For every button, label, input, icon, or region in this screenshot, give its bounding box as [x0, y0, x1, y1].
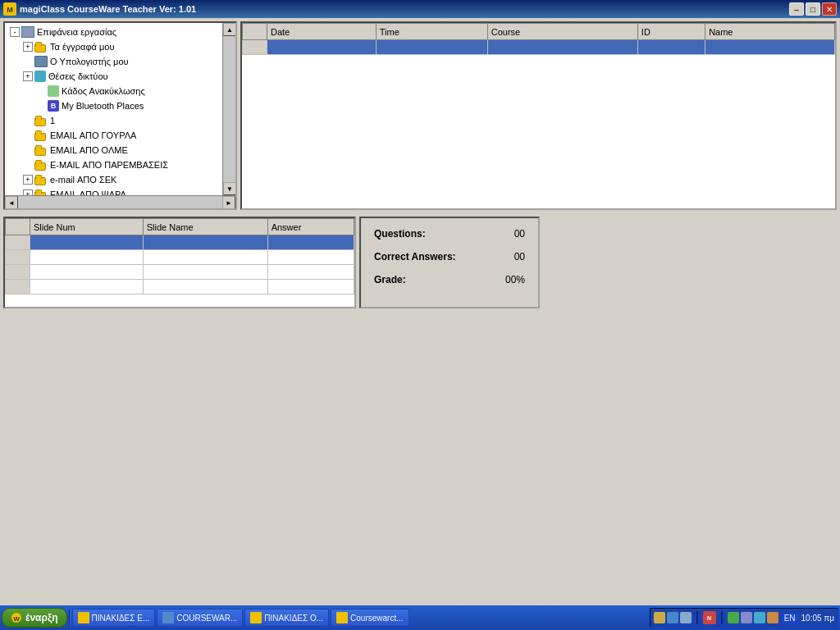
bottom-section: Slide Num Slide Name Answer: [3, 217, 837, 308]
cell-answer: [267, 280, 354, 294]
tree-item-label: E-MAIL ΑΠΟ ΠΑΡΕΜΒΑΣΕΙΣ: [50, 160, 168, 170]
cell-slide-num: [30, 280, 144, 294]
correct-answers-value: 00: [514, 251, 525, 262]
col-name: Name: [705, 24, 835, 40]
maximize-button[interactable]: □: [806, 2, 820, 16]
table-row[interactable]: [6, 235, 354, 250]
stats-panel: Questions: 00 Correct Answers: 00 Grade:…: [359, 217, 540, 308]
close-button[interactable]: ✕: [822, 2, 837, 16]
cell-slide-num: [30, 265, 144, 280]
horizontal-scrollbar[interactable]: ◄ ►: [5, 195, 235, 208]
tree-item-label: EMAIL ΑΠΟ ΓΟΥΡΛΑ: [50, 130, 136, 140]
cell-answer: [267, 235, 354, 250]
cell-course: [487, 40, 637, 55]
tray-language: EN: [782, 613, 798, 623]
taskbar-btn-2-icon: [162, 612, 174, 623]
bottom-table-panel: Slide Num Slide Name Answer: [3, 217, 356, 308]
row-selector: [6, 280, 30, 294]
tree-item-label: EMAIL ΑΠΟ ΨΑΡΑ: [50, 189, 126, 195]
grade-value: 00%: [505, 274, 525, 285]
cell-slide-name: [143, 250, 267, 265]
taskbar-btn-1[interactable]: ΠΙΝΑΚΙΔΕΣ Ε...: [72, 609, 156, 627]
grade-label: Grade:: [374, 274, 406, 285]
col-answer: Answer: [267, 219, 354, 235]
expand-icon[interactable]: -: [10, 27, 20, 37]
taskbar-btn-4[interactable]: Coursewarct...: [331, 609, 409, 627]
tray-icon-1: [654, 612, 665, 623]
tree-item-label: Επιφάνεια εργασίας: [37, 27, 116, 37]
table-row[interactable]: [6, 265, 354, 280]
taskbar-divider: [69, 609, 71, 626]
top-data-table: Date Time Course ID Name: [242, 23, 835, 55]
tray-time: 10:05 πμ: [801, 614, 834, 623]
tree-panel: - Επιφάνεια εργασίας + Τα έγγραφά μου: [3, 21, 237, 210]
col-slide-num: Slide Num: [30, 219, 144, 235]
tree-item-recycle[interactable]: Κάδος Ανακύκλωσης: [7, 84, 221, 98]
table-row[interactable]: [243, 40, 835, 55]
tree-item-label: Κάδος Ανακύκλωσης: [62, 86, 145, 96]
tree-item-email5[interactable]: + EMAIL ΑΠΟ ΨΑΡΑ: [7, 187, 221, 195]
col-date: Date: [267, 24, 377, 40]
taskbar-btn-3[interactable]: ΠΙΝΑΚΙΔΕΣ Ο...: [244, 609, 329, 627]
scroll-right-button[interactable]: ►: [222, 196, 235, 209]
taskbar-btn-2[interactable]: COURSEWAR...: [157, 609, 243, 627]
app-icon: M: [3, 2, 16, 16]
tree-item-mycomp[interactable]: Ο Υπολογιστής μου: [7, 54, 221, 69]
tree-item-email4[interactable]: + e-mail ΑΠΟ ΣΕΚ: [7, 172, 221, 187]
expand-icon[interactable]: +: [23, 189, 33, 195]
scroll-left-button[interactable]: ◄: [5, 196, 18, 209]
recycle-icon: [48, 85, 59, 97]
start-button[interactable]: W έναρξη: [2, 608, 67, 628]
tree-item-network[interactable]: + Θέσεις δικτύου: [7, 69, 221, 84]
taskbar-btn-4-icon: [336, 612, 348, 623]
tree-item-bluetooth[interactable]: B My Bluetooth Places: [7, 98, 221, 113]
taskbar-btn-3-icon: [250, 612, 262, 623]
tree-item-email1[interactable]: EMAIL ΑΠΟ ΓΟΥΡΛΑ: [7, 128, 221, 143]
row-selector: [6, 250, 30, 265]
tree-item-label: e-mail ΑΠΟ ΣΕΚ: [50, 175, 116, 185]
scroll-down-button[interactable]: ▼: [223, 182, 235, 195]
tree-item-mydocs[interactable]: + Τα έγγραφά μου: [7, 39, 221, 54]
hscroll-track[interactable]: [18, 196, 222, 208]
table-row[interactable]: [6, 250, 354, 265]
tree-item-desktop[interactable]: - Επιφάνεια εργασίας: [7, 25, 221, 39]
window-controls: – □ ✕: [789, 2, 837, 16]
correct-answers-label: Correct Answers:: [374, 251, 456, 262]
expand-icon[interactable]: +: [23, 175, 33, 185]
col-id: ID: [637, 24, 705, 40]
taskbar-btn-2-label: COURSEWAR...: [176, 614, 237, 623]
tree-item-folder1[interactable]: 1: [7, 113, 221, 128]
tree-item-email3[interactable]: E-MAIL ΑΠΟ ΠΑΡΕΜΒΑΣΕΙΣ: [7, 158, 221, 172]
col-slide-name: Slide Name: [143, 219, 267, 235]
cell-slide-num: [30, 250, 144, 265]
expand-icon[interactable]: +: [23, 42, 33, 52]
tray-icon-6: [754, 612, 765, 623]
cell-time: [376, 40, 487, 55]
cell-slide-name: [143, 235, 267, 250]
row-selector: [243, 40, 267, 55]
start-label: έναρξη: [25, 612, 58, 623]
tray-icon-7: [767, 612, 778, 623]
bluetooth-icon: B: [48, 100, 59, 112]
table-row[interactable]: [6, 280, 354, 294]
vertical-scrollbar[interactable]: ▲ ▼: [222, 23, 235, 195]
cell-answer: [267, 265, 354, 280]
computer-icon: [34, 56, 48, 67]
tree-item-label: 1: [50, 116, 55, 126]
stat-grade: Grade: 00%: [374, 274, 525, 285]
tray-icon-3: [680, 612, 692, 623]
tree-item-label: Θέσεις δικτύου: [48, 71, 108, 81]
questions-label: Questions:: [374, 228, 426, 240]
tree-item-email2[interactable]: EMAIL ΑΠΟ ΟΛΜΕ: [7, 143, 221, 158]
svg-text:W: W: [13, 615, 20, 623]
minimize-button[interactable]: –: [789, 2, 804, 16]
scroll-track[interactable]: [223, 36, 235, 182]
expand-icon[interactable]: +: [23, 71, 33, 81]
cell-answer: [267, 250, 354, 265]
scroll-up-button[interactable]: ▲: [223, 23, 235, 36]
taskbar-btn-3-label: ΠΙΝΑΚΙΔΕΣ Ο...: [264, 614, 323, 623]
col-course: Course: [487, 24, 637, 40]
cell-date: [267, 40, 377, 55]
cell-id: [637, 40, 705, 55]
taskbar-btn-1-icon: [78, 612, 89, 623]
